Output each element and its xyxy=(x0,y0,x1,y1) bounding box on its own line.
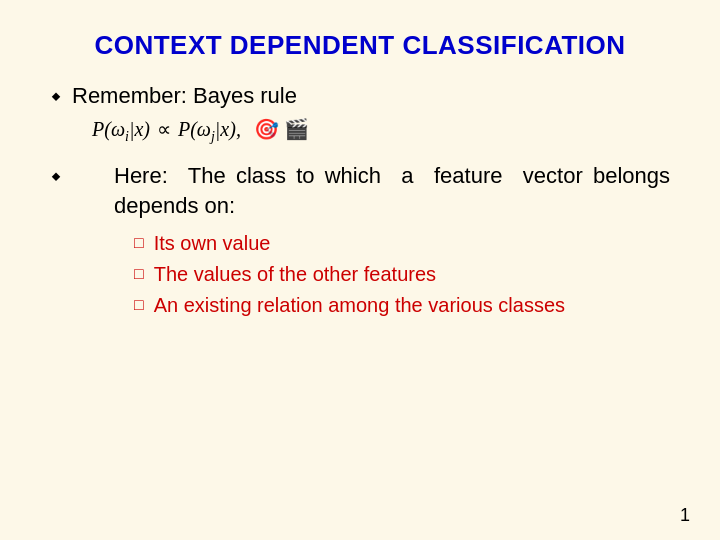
square-icon-2: □ xyxy=(134,265,144,283)
sub-bullets-list: □ Its own value □ The values of the othe… xyxy=(134,230,670,319)
sub-bullet-2: □ The values of the other features xyxy=(134,261,670,288)
here-text: Here: The class to which a feature vecto… xyxy=(114,161,670,223)
here-section: ⬥ Here: The class to which a feature vec… xyxy=(50,161,670,324)
square-icon-3: □ xyxy=(134,296,144,314)
formula-bar: |x) xyxy=(129,118,150,140)
formula-icons: 🎯 🎬 xyxy=(254,118,309,140)
formula-p2: P(ω xyxy=(178,118,211,140)
here-bullet-row: ⬥ Here: The class to which a feature vec… xyxy=(50,161,670,324)
sub-bullet-text-3: An existing relation among the various c… xyxy=(154,292,565,319)
slide-title: CONTEXT DEPENDENT CLASSIFICATION xyxy=(50,30,670,61)
remember-text: Remember: Bayes rule xyxy=(72,81,297,111)
sub-bullet-text-1: Its own value xyxy=(154,230,271,257)
formula-omega-i: ω xyxy=(111,118,125,140)
formula-bar2: |x), xyxy=(215,118,241,140)
remember-bullet-row: ⬥ Remember: Bayes rule xyxy=(50,81,670,111)
remember-section: ⬥ Remember: Bayes rule P(ωi|x) ∝ P(ωj|x)… xyxy=(50,81,670,145)
diamond-icon-remember: ⬥ xyxy=(50,83,62,106)
formula-proportional: ∝ xyxy=(157,118,171,140)
sub-bullet-3: □ An existing relation among the various… xyxy=(134,292,670,319)
sub-bullet-text-2: The values of the other features xyxy=(154,261,436,288)
slide: CONTEXT DEPENDENT CLASSIFICATION ⬥ Remem… xyxy=(0,0,720,540)
page-number: 1 xyxy=(680,505,690,526)
sub-bullet-1: □ Its own value xyxy=(134,230,670,257)
formula-p1: P( xyxy=(92,118,111,140)
diamond-icon-here: ⬥ xyxy=(50,163,62,186)
here-block: Here: The class to which a feature vecto… xyxy=(114,161,670,324)
formula-line: P(ωi|x) ∝ P(ωj|x), 🎯 🎬 xyxy=(92,117,670,145)
square-icon-1: □ xyxy=(134,234,144,252)
